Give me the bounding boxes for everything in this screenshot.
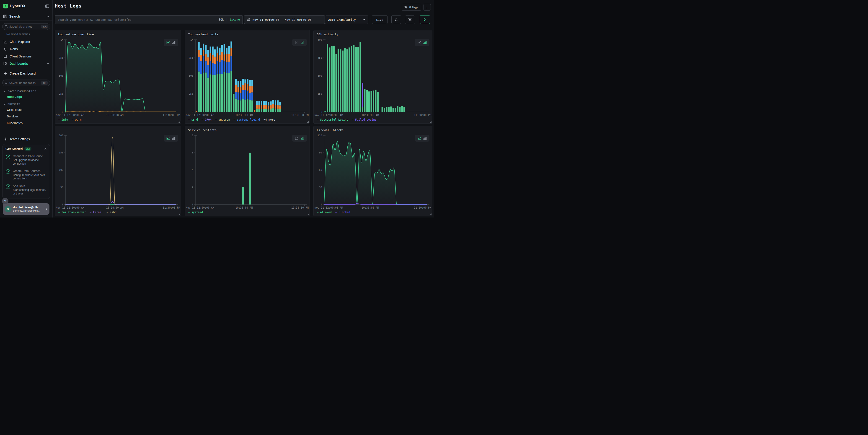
sidebar-item-kubernetes[interactable]: Kubernetes (0, 120, 53, 126)
bar-chart-icon[interactable] (423, 136, 427, 140)
resize-handle[interactable] (307, 213, 309, 215)
live-button[interactable]: Live (372, 15, 388, 24)
chart-plot[interactable]: 02505007501KNov 11 12:00:00 AM10:30:00 A… (55, 36, 181, 117)
svg-text:250: 250 (189, 92, 193, 95)
chart-legend: — Allowed— Blocked (314, 210, 432, 216)
presets-section-header[interactable]: PRESETS (0, 100, 53, 106)
lucene-mode-toggle[interactable]: Lucene (230, 18, 240, 21)
chart-explorer-icon (3, 40, 7, 43)
bar-chart-icon[interactable] (172, 136, 176, 140)
chart-plot[interactable]: 050100150200Nov 11 12:00:00 AM10:30:00 A… (55, 132, 181, 210)
legend-item-systemd[interactable]: — systemd (188, 211, 203, 214)
gear-icon (3, 137, 7, 141)
svg-text:200: 200 (59, 134, 63, 137)
run-query-button[interactable] (420, 15, 430, 24)
chevron-up-icon[interactable] (44, 148, 47, 150)
line-chart-icon[interactable] (166, 136, 170, 140)
tags-button[interactable]: 0 Tags (402, 4, 421, 11)
get-started-progress-badge: 3/3 (24, 147, 31, 151)
svg-text:Nov 11 12:00:00 AM: Nov 11 12:00:00 AM (56, 206, 84, 209)
bar-chart-icon[interactable] (423, 41, 427, 44)
chart-title: Log volume over time (55, 30, 181, 36)
sidebar-item-search[interactable]: Search (0, 10, 53, 21)
bar-chart-icon[interactable] (301, 136, 304, 140)
chart-plot[interactable]: 02468Nov 11 12:00:00 AM10:30:00 AM11:30:… (185, 132, 310, 210)
svg-text:0: 0 (192, 203, 193, 206)
resize-handle[interactable] (430, 121, 432, 123)
legend-item-blocked[interactable]: — Blocked (335, 211, 350, 214)
chart-plot[interactable]: 02505007501KNov 11 12:00:00 AM10:30:00 A… (185, 36, 310, 117)
bar-chart-icon[interactable] (172, 41, 176, 44)
sql-mode-toggle[interactable]: SQL (219, 18, 224, 21)
sidebar-item-label: Team Settings (9, 137, 30, 141)
step-title: Create Data Sources (13, 169, 40, 173)
svg-text:10:30:00 AM: 10:30:00 AM (106, 114, 123, 117)
event-search-input[interactable]: Search your events w/ Lucene ex. column:… (55, 15, 243, 24)
chart-type-toggle (292, 39, 307, 46)
tag-icon (404, 6, 408, 9)
legend-item-allowed[interactable]: — Allowed (317, 211, 332, 214)
kebab-menu-button[interactable]: ⋮ (424, 4, 431, 11)
legend-item-failed-logins[interactable]: — Failed Logins (352, 118, 376, 121)
legend-item-sshd[interactable]: — sshd (188, 118, 198, 121)
help-button[interactable]: ? (2, 198, 8, 204)
line-chart-icon[interactable] (166, 41, 170, 44)
main-content: Host Logs 0 Tags ⋮ Search your events w/… (53, 0, 434, 218)
page-title: Host Logs (55, 3, 82, 9)
user-account-card[interactable]: D dominic.tran@clic... dominic.tran@clic… (3, 204, 50, 215)
chart-type-toggle (164, 39, 178, 46)
step-title: Connect to ClickHouse (13, 154, 43, 158)
legend-item-info[interactable]: — info (58, 118, 68, 121)
create-dashboard-button[interactable]: Create Dashboard (0, 69, 53, 77)
legend-item-cron[interactable]: — CRON (202, 118, 211, 121)
hyperdx-logo-icon (3, 4, 8, 8)
legend-item-systemd-logind[interactable]: — systemd-logind (234, 118, 260, 121)
legend-item-anacron[interactable]: — anacron (215, 118, 230, 121)
svg-text:0: 0 (320, 203, 322, 206)
svg-text:2: 2 (192, 186, 193, 189)
collapse-sidebar-icon[interactable] (45, 4, 49, 8)
sidebar-item-clickhouse[interactable]: ClickHouse (0, 106, 53, 113)
sidebar-item-dashboards[interactable]: Dashboards (0, 60, 53, 67)
refresh-button[interactable] (392, 15, 401, 24)
step-title: Add Data (13, 184, 25, 188)
granularity-select[interactable]: Auto Granularity (325, 15, 368, 24)
get-started-step[interactable]: Add Data Start sending logs, metrics, or… (5, 184, 47, 195)
line-chart-icon[interactable] (417, 41, 421, 44)
sidebar-item-services[interactable]: Services (0, 113, 53, 120)
sidebar-item-team-settings[interactable]: Team Settings (0, 135, 53, 143)
resize-handle[interactable] (430, 213, 432, 215)
chart-title: Firewall blocks (314, 126, 432, 132)
get-started-step[interactable]: Create Data Sources Configure where your… (5, 169, 47, 180)
saved-dashboards-section-header[interactable]: SAVED DASHBOARDS (0, 87, 53, 93)
saved-searches-input[interactable]: Saved Searches ⌘K (2, 23, 50, 30)
chart-plot[interactable]: 0306090120Nov 11 12:00:00 AM10:30:00 AM1… (314, 132, 432, 210)
time-range-picker[interactable]: Nov 11 00:00:00 - Nov 12 00:00:00 (244, 15, 325, 24)
dashboards-grid-icon (3, 62, 7, 65)
legend-item-warn[interactable]: — warn (71, 118, 82, 121)
sidebar-item-chart-explorer[interactable]: Chart Explorer (0, 38, 53, 45)
legend-item-fail2ban-server[interactable]: — fail2ban-server (58, 211, 86, 214)
legend-item-successful-logins[interactable]: — Successful Logins (317, 118, 348, 121)
resize-handle[interactable] (179, 121, 180, 123)
get-started-step[interactable]: Connect to ClickHouse Set up your databa… (5, 154, 47, 165)
section-header-label: SAVED DASHBOARDS (7, 90, 36, 93)
line-chart-icon[interactable] (417, 136, 421, 140)
legend-item-sshd[interactable]: — sshd (107, 211, 117, 214)
line-chart-icon[interactable] (295, 41, 299, 44)
legend-item-kernel[interactable]: — kernel (90, 211, 103, 214)
chart-type-toggle (292, 135, 307, 142)
resize-handle[interactable] (307, 121, 309, 123)
sidebar-item-client-sessions[interactable]: Client Sessions (0, 53, 53, 60)
legend-more-link[interactable]: +4 more (264, 118, 275, 121)
svg-text:Nov 11 12:00:00 AM: Nov 11 12:00:00 AM (186, 114, 214, 117)
sidebar-item-host-logs[interactable]: Host Logs (0, 93, 53, 100)
saved-dashboards-input[interactable]: Saved Dashboards ⌘K (2, 80, 50, 86)
resize-handle[interactable] (179, 213, 180, 215)
filter-edit-button[interactable] (405, 15, 415, 24)
sidebar-item-alerts[interactable]: Alerts (0, 45, 53, 53)
chart-plot[interactable]: 0150300450600Nov 11 12:00:00 AM10:30:00 … (314, 36, 432, 117)
bell-icon (3, 47, 7, 51)
bar-chart-icon[interactable] (301, 41, 304, 44)
line-chart-icon[interactable] (295, 136, 299, 140)
